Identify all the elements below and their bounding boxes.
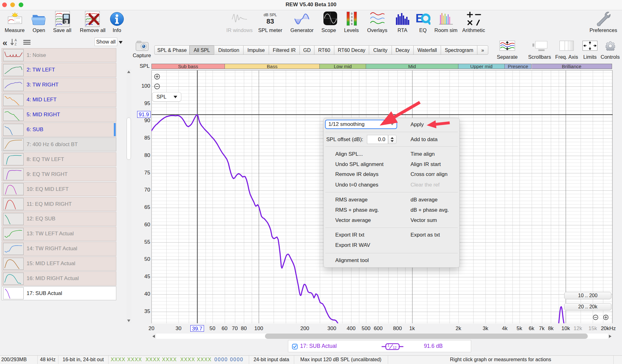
svg-text:6: 6 xyxy=(351,19,352,22)
svg-text:Z: Z xyxy=(15,42,17,46)
svg-text:3: 3 xyxy=(351,15,352,19)
svg-text:1: 1 xyxy=(388,343,389,347)
svg-text:0: 0 xyxy=(351,12,352,15)
svg-text:9: 9 xyxy=(351,22,352,25)
svg-text:12: 12 xyxy=(393,346,397,349)
svg-text:A: A xyxy=(15,39,17,42)
